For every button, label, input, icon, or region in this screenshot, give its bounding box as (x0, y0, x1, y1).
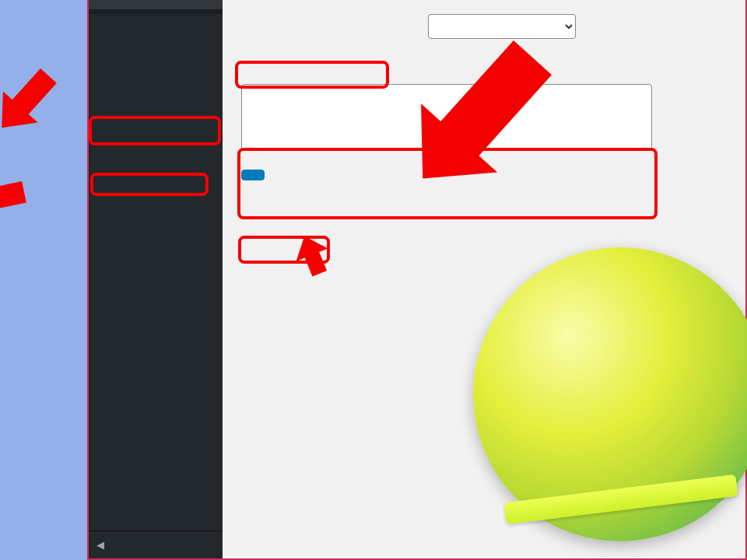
logo-url-strip (503, 474, 738, 524)
save-changes-button[interactable] (241, 170, 265, 180)
admin-sidebar: ◀ (89, 0, 223, 558)
settings-submenu (89, 0, 223, 9)
default-mail-row (241, 14, 727, 39)
menu-separator (89, 9, 223, 14)
collapse-menu[interactable]: ◀ (89, 530, 223, 558)
ping-services-textarea[interactable] (241, 84, 652, 151)
wealthy-creative-logo (473, 247, 747, 541)
update-services-heading (237, 59, 252, 65)
collapse-icon: ◀ (96, 539, 104, 551)
content-area (223, 0, 745, 558)
logo-wordmark (483, 241, 747, 291)
default-mail-select[interactable] (428, 14, 576, 39)
app-frame: ◀ (87, 0, 747, 560)
